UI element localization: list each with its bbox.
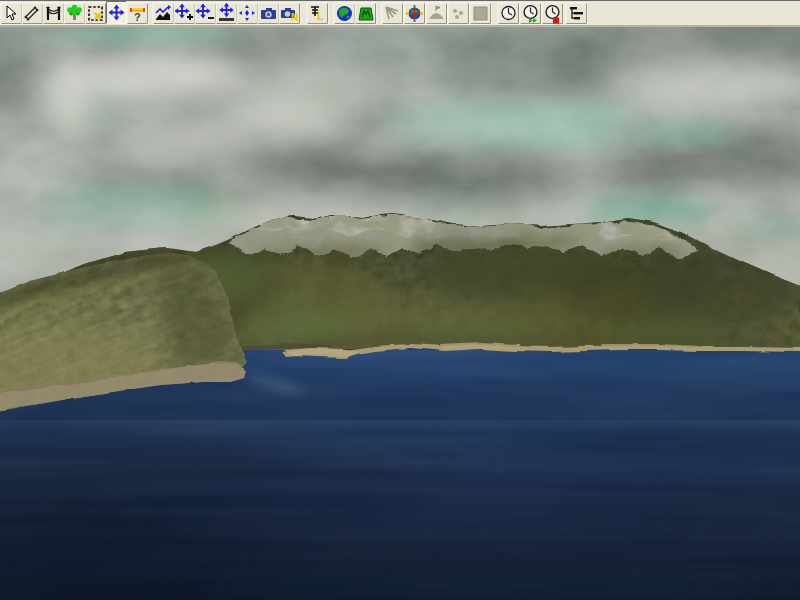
svg-text:?: ? (134, 11, 141, 23)
svg-text:L: L (317, 10, 324, 22)
svg-text:N: N (291, 12, 298, 23)
